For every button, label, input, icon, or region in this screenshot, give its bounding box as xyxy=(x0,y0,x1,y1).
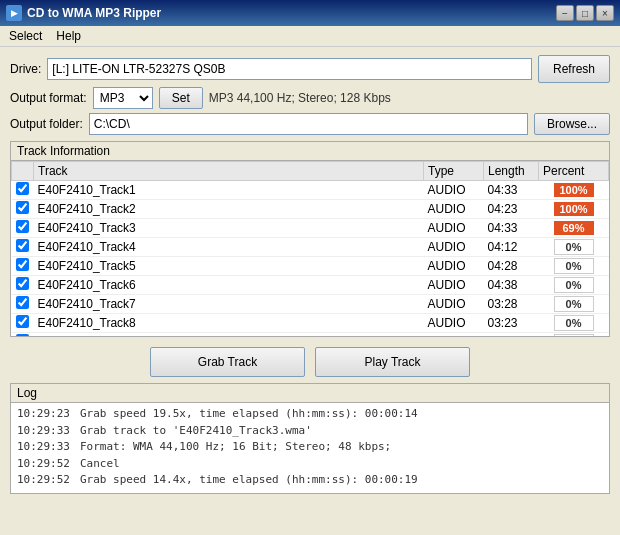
track-checkbox[interactable] xyxy=(16,296,29,309)
folder-row: Output folder: Browse... xyxy=(0,113,620,141)
col-check-header xyxy=(12,162,34,181)
grab-track-button[interactable]: Grab Track xyxy=(150,347,305,377)
log-content[interactable]: 10:29:23 Grab speed 19.5x, time elapsed … xyxy=(11,403,609,493)
track-checkbox-cell[interactable] xyxy=(12,238,34,257)
percent-bar: 69% xyxy=(554,221,594,235)
track-length: 03:28 xyxy=(484,295,539,314)
track-info-header: Track Information xyxy=(11,142,609,161)
percent-bar: 0% xyxy=(554,277,594,293)
log-line: 10:29:33 Format: WMA 44,100 Hz; 16 Bit; … xyxy=(17,439,603,456)
percent-bar: 0% xyxy=(554,334,594,336)
play-track-button[interactable]: Play Track xyxy=(315,347,470,377)
log-message: Format: WMA 44,100 Hz; 16 Bit; Stereo; 4… xyxy=(80,439,391,456)
track-checkbox-cell[interactable] xyxy=(12,219,34,238)
track-checkbox-cell[interactable] xyxy=(12,333,34,337)
track-percent: 100% xyxy=(539,200,609,219)
track-length: 04:12 xyxy=(484,238,539,257)
log-time: 10:29:33 xyxy=(17,423,70,440)
track-checkbox[interactable] xyxy=(16,258,29,271)
log-time: 10:29:23 xyxy=(17,406,70,423)
track-checkbox-cell[interactable] xyxy=(12,257,34,276)
app-title: CD to WMA MP3 Ripper xyxy=(27,6,161,20)
track-table-scroll[interactable]: Track Type Length Percent E40F2410_Track… xyxy=(11,161,609,336)
format-info: MP3 44,100 Hz; Stereo; 128 Kbps xyxy=(209,91,391,105)
window-controls: − □ × xyxy=(556,5,614,21)
refresh-button[interactable]: Refresh xyxy=(538,55,610,83)
log-time: 10:29:33 xyxy=(17,439,70,456)
track-checkbox-cell[interactable] xyxy=(12,276,34,295)
track-checkbox[interactable] xyxy=(16,315,29,328)
track-name: E40F2410_Track5 xyxy=(34,257,424,276)
percent-bar: 100% xyxy=(554,202,594,216)
title-bar-left: ▶ CD to WMA MP3 Ripper xyxy=(6,5,161,21)
track-checkbox[interactable] xyxy=(16,334,29,336)
log-message: Grab speed 14.4x, time elapsed (hh:mm:ss… xyxy=(80,472,418,489)
track-checkbox-cell[interactable] xyxy=(12,295,34,314)
track-type: AUDIO xyxy=(424,333,484,337)
drive-select-wrapper: [L:] LITE-ON LTR-52327S QS0B xyxy=(47,58,532,80)
cd-icon: ▶ xyxy=(6,5,22,21)
track-name: E40F2410_Track6 xyxy=(34,276,424,295)
track-length: 04:33 xyxy=(484,181,539,200)
track-length: 04:23 xyxy=(484,200,539,219)
format-select[interactable]: MP3 WMA xyxy=(93,87,153,109)
folder-input[interactable] xyxy=(89,113,528,135)
track-length: 03:23 xyxy=(484,314,539,333)
track-table-body: E40F2410_Track1 AUDIO 04:33 100% E40F241… xyxy=(12,181,609,337)
track-name: E40F2410_Track2 xyxy=(34,200,424,219)
table-row: E40F2410_Track6 AUDIO 04:38 0% xyxy=(12,276,609,295)
track-name: E40F2410_Track9 xyxy=(34,333,424,337)
track-type: AUDIO xyxy=(424,276,484,295)
col-track-header: Track xyxy=(34,162,424,181)
track-type: AUDIO xyxy=(424,181,484,200)
percent-bar: 100% xyxy=(554,183,594,197)
browse-button[interactable]: Browse... xyxy=(534,113,610,135)
track-checkbox[interactable] xyxy=(16,201,29,214)
menu-item-menu-help[interactable]: Help xyxy=(53,28,84,44)
log-time: 10:29:52 xyxy=(17,456,70,473)
track-length: 04:33 xyxy=(484,219,539,238)
table-row: E40F2410_Track1 AUDIO 04:33 100% xyxy=(12,181,609,200)
track-percent: 0% xyxy=(539,333,609,337)
close-button[interactable]: × xyxy=(596,5,614,21)
track-checkbox[interactable] xyxy=(16,220,29,233)
maximize-button[interactable]: □ xyxy=(576,5,594,21)
track-percent: 0% xyxy=(539,238,609,257)
percent-bar: 0% xyxy=(554,258,594,274)
track-checkbox-cell[interactable] xyxy=(12,200,34,219)
menu-bar: SelectHelp xyxy=(0,26,620,47)
track-percent: 69% xyxy=(539,219,609,238)
table-row: E40F2410_Track4 AUDIO 04:12 0% xyxy=(12,238,609,257)
percent-bar: 0% xyxy=(554,315,594,331)
track-checkbox[interactable] xyxy=(16,277,29,290)
drive-label: Drive: xyxy=(10,62,41,76)
table-row: E40F2410_Track7 AUDIO 03:28 0% xyxy=(12,295,609,314)
track-percent: 0% xyxy=(539,314,609,333)
table-row: E40F2410_Track9 AUDIO 04:02 0% xyxy=(12,333,609,337)
track-checkbox-cell[interactable] xyxy=(12,314,34,333)
minimize-button[interactable]: − xyxy=(556,5,574,21)
track-percent: 0% xyxy=(539,257,609,276)
button-row: Grab Track Play Track xyxy=(0,341,620,383)
log-line: 10:29:52 Cancel xyxy=(17,456,603,473)
menu-item-menu-select[interactable]: Select xyxy=(6,28,45,44)
track-type: AUDIO xyxy=(424,238,484,257)
format-row: Output format: MP3 WMA Set MP3 44,100 Hz… xyxy=(0,87,620,113)
track-type: AUDIO xyxy=(424,314,484,333)
track-name: E40F2410_Track8 xyxy=(34,314,424,333)
track-checkbox-cell[interactable] xyxy=(12,181,34,200)
track-length: 04:28 xyxy=(484,257,539,276)
track-checkbox[interactable] xyxy=(16,182,29,195)
set-button[interactable]: Set xyxy=(159,87,203,109)
percent-bar: 0% xyxy=(554,296,594,312)
table-row: E40F2410_Track2 AUDIO 04:23 100% xyxy=(12,200,609,219)
drive-row: Drive: [L:] LITE-ON LTR-52327S QS0B Refr… xyxy=(0,47,620,87)
drive-select[interactable]: [L:] LITE-ON LTR-52327S QS0B xyxy=(47,58,532,80)
track-percent: 0% xyxy=(539,276,609,295)
track-checkbox[interactable] xyxy=(16,239,29,252)
log-line: 10:29:23 Grab speed 19.5x, time elapsed … xyxy=(17,406,603,423)
log-time: 10:29:52 xyxy=(17,472,70,489)
log-message: Cancel xyxy=(80,456,120,473)
track-length: 04:02 xyxy=(484,333,539,337)
log-message: Grab speed 19.5x, time elapsed (hh:mm:ss… xyxy=(80,406,418,423)
